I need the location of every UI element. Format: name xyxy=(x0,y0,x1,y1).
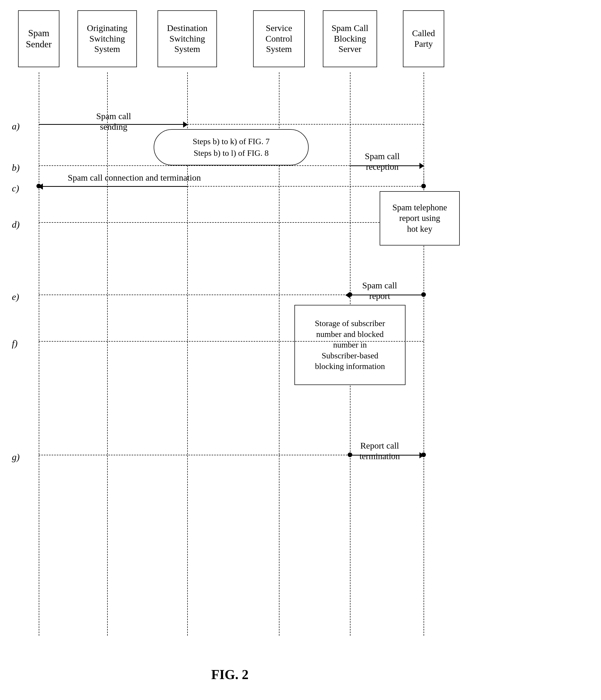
label-spam-call-reception: Spam callreception xyxy=(357,151,408,172)
box-spam-tel-report: Spam telephonereport usinghot key xyxy=(380,191,460,246)
lifeline-spam-sender xyxy=(39,72,39,636)
diagram: Spam Sender Originating Switching System… xyxy=(10,10,591,688)
label-spam-call-sending: Spam callsending xyxy=(83,111,145,132)
dashed-c-right2 xyxy=(187,186,423,186)
dashed-a-full xyxy=(187,124,423,125)
step-c: c) xyxy=(12,183,19,194)
step-d: d) xyxy=(12,219,20,230)
step-f: f) xyxy=(12,338,18,349)
label-spam-call-connection: Spam call connection and termination xyxy=(62,173,207,183)
box-storage: Storage of subscribernumber and blockedn… xyxy=(294,305,406,385)
step-g: g) xyxy=(12,452,20,462)
dashed-b-left xyxy=(39,166,350,166)
actor-dest-switch: Destination Switching System xyxy=(158,10,217,67)
dashed-g-left xyxy=(39,455,350,455)
oval-steps: Steps b) to k) of FIG. 7Steps b) to l) o… xyxy=(154,129,309,166)
figure-caption: FIG. 2 xyxy=(10,667,449,682)
actor-orig-switch: Originating Switching System xyxy=(77,10,137,67)
step-b: b) xyxy=(12,162,20,173)
arrow-spam-call-connection xyxy=(39,186,187,187)
dot-c-called-party xyxy=(421,184,426,189)
actor-called-party: Called Party xyxy=(403,10,444,67)
dashed-d xyxy=(39,222,423,223)
arrowhead-e xyxy=(345,292,350,298)
actor-scs: Service Control System xyxy=(253,10,305,67)
dashed-f xyxy=(39,341,423,342)
step-a: a) xyxy=(12,121,20,132)
label-spam-call-report: Spam callreport xyxy=(354,280,406,302)
label-report-call-termination: Report calltermination xyxy=(354,441,406,462)
lifeline-called-party xyxy=(423,72,424,636)
actor-scbs: Spam Call Blocking Server xyxy=(323,10,377,67)
step-e: e) xyxy=(12,292,19,302)
lifeline-orig-switch xyxy=(107,72,108,636)
actor-spam-sender: Spam Sender xyxy=(18,10,59,67)
dashed-c-right xyxy=(423,166,424,186)
dashed-e-left xyxy=(39,295,350,295)
